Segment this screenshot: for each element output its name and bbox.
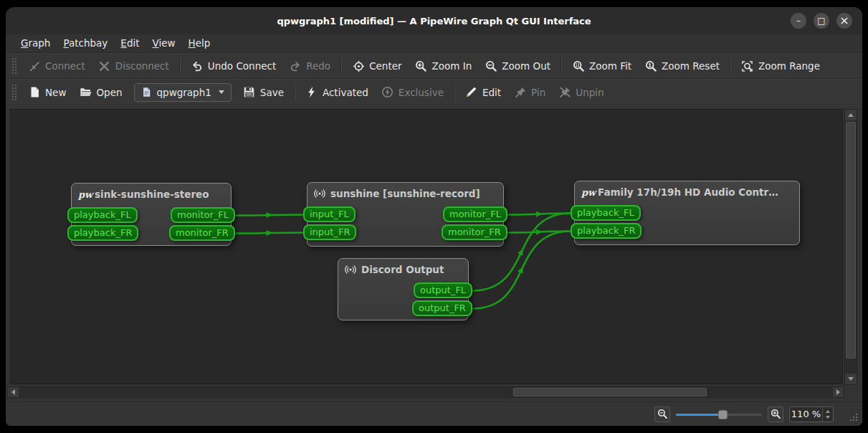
zoom-slider-fill (676, 414, 722, 416)
port-sunshine-input_FL[interactable]: input_FL (303, 206, 356, 222)
scroll-down-button[interactable] (845, 373, 857, 384)
redo-icon (289, 60, 302, 72)
mnemonic-letter: E (120, 37, 127, 49)
toolbar-button-label: Connect (45, 60, 85, 72)
edit-pencil-icon (465, 86, 478, 99)
port-discord-output_FL[interactable]: output_FL (414, 282, 472, 298)
connect-button[interactable]: Connect (22, 56, 92, 76)
canvas-area: pwsink-sunshine-stereoplayback_FLplaybac… (6, 105, 862, 401)
toolbar-separator (294, 85, 295, 100)
graph-toolbar: ConnectDisconnectUndo ConnectRedoCenterZ… (6, 53, 862, 79)
port-sunshine-monitor_FR[interactable]: monitor_FR (442, 224, 507, 240)
toolbar-button-label: Pin (531, 87, 545, 98)
toolbar-button-label: Open (96, 87, 122, 98)
zoom-fit-button[interactable]: Zoom Fit (566, 56, 638, 76)
wire-arrow-icon (266, 212, 272, 218)
wire-arrow-icon (266, 230, 272, 236)
zoom-in-button[interactable]: Zoom In (409, 56, 479, 76)
stream-icon (345, 264, 358, 275)
spin-down-button[interactable] (826, 416, 830, 419)
toolbar-button-label: Undo Connect (208, 60, 276, 72)
port-sunshine-monitor_FL[interactable]: monitor_FL (443, 206, 507, 222)
horizontal-scroll-thumb[interactable] (513, 388, 707, 396)
triangle-up-icon (848, 113, 854, 117)
menu-item-view[interactable]: View (146, 34, 182, 52)
zoom-range-icon (741, 60, 754, 72)
redo-button[interactable]: Redo (282, 56, 337, 76)
resize-grip[interactable] (849, 414, 859, 423)
toolbar-button-label: Unpin (576, 87, 604, 98)
wire-arrow-icon (518, 265, 525, 274)
zoom-out-button[interactable]: Zoom Out (478, 56, 557, 76)
scroll-right-button[interactable] (832, 387, 844, 397)
save-button[interactable]: Save (237, 82, 290, 103)
port-family-playback_FL[interactable]: playback_FL (571, 205, 641, 221)
graph-canvas[interactable]: pwsink-sunshine-stereoplayback_FLplaybac… (10, 109, 843, 384)
center-button[interactable]: Center (345, 56, 408, 76)
toolbar-handle[interactable] (11, 57, 17, 75)
window-controls: –□× (791, 13, 852, 29)
zoom-slider-handle[interactable] (718, 410, 728, 419)
port-sink-monitor_FR[interactable]: monitor_FR (169, 225, 235, 241)
minimize-button[interactable]: – (791, 13, 806, 29)
zoom-in-button[interactable] (768, 406, 783, 422)
patchbay-file-icon (141, 87, 153, 98)
port-sink-playback_FL[interactable]: playback_FL (67, 207, 138, 223)
exclusive-button[interactable]: Exclusive (375, 82, 450, 103)
menu-item-help[interactable]: Help (182, 34, 217, 52)
toolbar-separator (454, 85, 455, 100)
pin-button[interactable]: Pin (507, 82, 552, 103)
open-button[interactable]: Open (72, 82, 128, 103)
vertical-scrollbar[interactable] (844, 109, 857, 385)
port-sink-monitor_FL[interactable]: monitor_FL (171, 207, 235, 223)
menu-item-edit[interactable]: Edit (114, 34, 146, 52)
zoom-range-button[interactable]: Zoom Range (735, 56, 826, 76)
toolbar-handle[interactable] (11, 84, 17, 101)
menu-item-graph[interactable]: Graph (14, 34, 57, 52)
zoom-percentage: 110 % (790, 409, 822, 419)
wire-arrow-icon (518, 247, 525, 256)
zoom-out-icon (485, 60, 497, 72)
activated-button[interactable]: Activated (299, 82, 375, 103)
app-window: qpwgraph1 [modified] — A PipeWire Graph … (6, 7, 862, 426)
vertical-scroll-thumb[interactable] (846, 122, 856, 358)
menu-bar: GraphPatchbayEditViewHelp (6, 34, 862, 53)
save-icon (243, 86, 256, 99)
port-family-playback_FR[interactable]: playback_FR (571, 223, 642, 239)
maximize-button[interactable]: □ (814, 13, 829, 29)
edit-button[interactable]: Edit (459, 82, 507, 103)
port-sunshine-input_FR[interactable]: input_FR (303, 224, 356, 240)
close-button[interactable]: × (836, 13, 852, 29)
status-bar: 110 % (6, 401, 862, 426)
toolbar-button-label: Zoom Fit (589, 60, 631, 72)
open-folder-icon (79, 86, 92, 99)
window-title: qpwgraph1 [modified] — A PipeWire Graph … (6, 16, 862, 27)
zoom-reset-button[interactable]: Zoom Reset (638, 56, 726, 76)
new-button[interactable]: New (22, 82, 72, 103)
scroll-up-button[interactable] (845, 110, 857, 121)
node-title: sink-sunshine-stereo (95, 189, 209, 200)
undo-connect-button[interactable]: Undo Connect (184, 56, 282, 76)
horizontal-scrollbar[interactable] (7, 386, 844, 398)
connect-icon (28, 60, 41, 72)
port-sink-playback_FR[interactable]: playback_FR (67, 225, 138, 241)
patchbay-selector[interactable]: qpwgraph1 (134, 83, 232, 102)
zoom-slider[interactable] (676, 406, 762, 422)
spin-up-button[interactable] (826, 410, 830, 413)
pw-icon: pw (581, 186, 594, 198)
port-discord-output_FR[interactable]: output_FR (412, 300, 472, 316)
stream-icon (314, 188, 327, 199)
unpin-button[interactable]: Unpin (552, 82, 610, 103)
toolbar-button-label: Disconnect (115, 60, 169, 72)
toolbar-button-label: Save (260, 87, 284, 98)
title-bar[interactable]: qpwgraph1 [modified] — A PipeWire Graph … (6, 7, 862, 34)
disconnect-icon (98, 60, 111, 72)
toolbar-button-label: Redo (306, 60, 330, 72)
zoom-out-button[interactable] (654, 406, 670, 422)
zoom-percentage-spinbox[interactable]: 110 % (789, 406, 834, 422)
menu-item-patchbay[interactable]: Patchbay (57, 34, 114, 52)
center-icon (352, 60, 365, 72)
disconnect-button[interactable]: Disconnect (92, 56, 176, 76)
toolbar-button-label: Zoom Range (758, 60, 820, 72)
scroll-left-button[interactable] (8, 387, 19, 397)
